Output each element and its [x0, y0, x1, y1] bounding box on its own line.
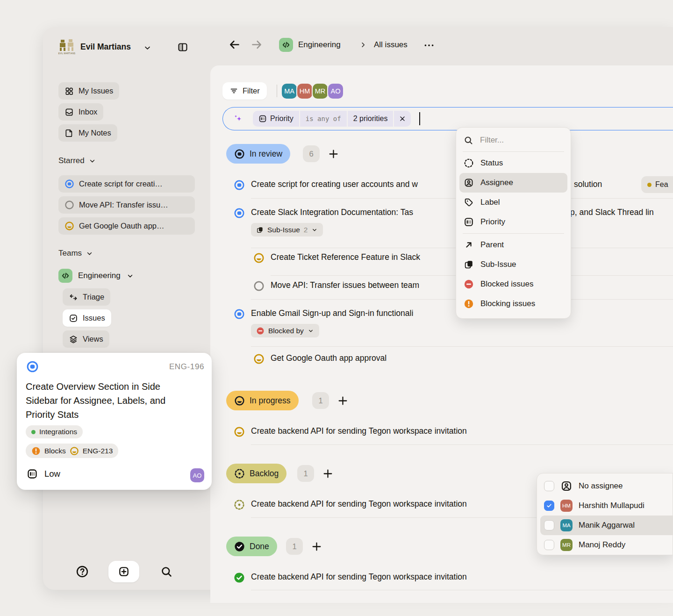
issue-title[interactable]: Create backend API for sending Tegon wor…	[251, 499, 467, 509]
assignee-avatar-stack[interactable]: MA HM MR AO	[281, 83, 344, 100]
check-icon	[546, 502, 552, 509]
breadcrumb-more-icon[interactable]	[423, 39, 435, 51]
filter-button-label: Filter	[243, 86, 260, 95]
status-in-review-icon[interactable]	[234, 208, 245, 219]
issue-card-title[interactable]: Create Overview Section in Side Sidebar …	[26, 380, 187, 422]
status-in-progress-icon[interactable]	[253, 353, 265, 365]
starred-item[interactable]: Get Google Oauth app…	[58, 217, 195, 235]
avatar[interactable]: AO	[190, 468, 204, 482]
filter-chip[interactable]: Priority is any of 2 priorities	[253, 111, 411, 127]
new-issue-button[interactable]	[108, 561, 139, 582]
starred-item[interactable]: Create script for creati…	[58, 175, 195, 193]
engineering-code-icon	[58, 269, 72, 283]
menu-item-status[interactable]: Status	[456, 153, 571, 173]
assignee-option[interactable]: HM Harshith Mullapudi	[537, 496, 673, 516]
breadcrumb-page[interactable]: All issues	[374, 40, 408, 50]
menu-search[interactable]: Filter...	[456, 130, 571, 150]
add-issue-button[interactable]	[328, 148, 339, 160]
help-button[interactable]	[75, 565, 89, 579]
issue-title[interactable]: Move API: Transfer issues between team	[271, 280, 419, 290]
blocks-chip[interactable]: Blocks ENG-213	[26, 444, 118, 458]
menu-item-assignee[interactable]: Assignee	[459, 173, 567, 193]
checkbox-unchecked[interactable]	[544, 520, 554, 530]
issue-title-tail[interactable]: solution	[574, 179, 602, 189]
assignee-option-highlighted[interactable]: MA Manik Aggarwal	[540, 516, 673, 535]
chevron-down-icon	[126, 272, 134, 280]
sidebar-team-engineering[interactable]: Engineering	[58, 269, 134, 283]
search-button[interactable]	[159, 565, 173, 579]
add-issue-button[interactable]	[311, 541, 322, 552]
assignee-option[interactable]: MR Manoj Reddy	[537, 535, 673, 555]
avatar[interactable]: MR	[312, 83, 329, 100]
avatar[interactable]: AO	[327, 83, 344, 100]
status-backlog-icon[interactable]	[234, 499, 245, 510]
breadcrumb-team[interactable]: Engineering	[298, 40, 341, 50]
issue-title[interactable]: Create backend API for sending Tegon wor…	[251, 572, 467, 582]
checkbox-unchecked[interactable]	[544, 540, 554, 550]
status-in-progress-icon[interactable]	[234, 426, 245, 437]
status-done-icon	[234, 541, 245, 552]
workspace-name[interactable]: Evil Martians	[80, 42, 131, 52]
priority-row[interactable]: Low	[27, 468, 60, 480]
label-chip-feature[interactable]: Fea	[641, 176, 673, 193]
label-dot	[31, 430, 36, 434]
issue-title[interactable]: Create Ticket Reference Feature in Slack	[271, 252, 420, 262]
plus-square-icon	[118, 566, 130, 578]
assignee-option-none[interactable]: No assignee	[537, 476, 673, 496]
sidebar-item-views[interactable]: Views	[63, 330, 109, 348]
sidebar-item-my-notes[interactable]: My Notes	[58, 124, 117, 142]
status-backlog-icon	[234, 468, 245, 479]
filter-chip-value[interactable]: 2 priorities	[348, 111, 394, 127]
filter-chip-field[interactable]: Priority	[253, 111, 299, 127]
issue-title[interactable]: Get Google Oauth app approval	[271, 353, 387, 363]
group-header-done[interactable]: Done	[226, 537, 277, 556]
sidebar-toggle-icon[interactable]	[177, 42, 188, 53]
starred-item[interactable]: Move API: Transfer issu…	[58, 196, 195, 214]
status-todo-icon[interactable]	[253, 280, 265, 292]
issue-title[interactable]: Enable Gmail Sign-up and Sign-in functio…	[251, 308, 413, 318]
filter-chip-operator[interactable]: is any of	[300, 111, 347, 127]
status-in-progress-icon[interactable]	[253, 252, 265, 264]
issue-title[interactable]: Create script for creating user accounts…	[251, 179, 418, 189]
menu-item-parent[interactable]: Parent	[456, 235, 571, 255]
issue-title[interactable]: Create Slack Integration Documentation: …	[251, 208, 413, 217]
sidebar-item-inbox[interactable]: Inbox	[58, 103, 103, 121]
avatar[interactable]: MA	[281, 83, 298, 100]
starred-section-header[interactable]: Starred	[58, 156, 96, 165]
blocked-by-chip[interactable]: Blocked by	[251, 324, 319, 337]
status-in-review-icon[interactable]	[234, 308, 245, 320]
add-issue-button[interactable]	[337, 395, 349, 407]
sidebar-item-my-issues[interactable]: My Issues	[58, 82, 119, 100]
group-header-backlog[interactable]: Backlog	[226, 464, 286, 483]
filter-button[interactable]: Filter	[222, 82, 267, 100]
menu-item-blocking-issues[interactable]: Blocking issues	[456, 294, 571, 314]
label-chip-integrations[interactable]: Integrations	[26, 425, 83, 438]
status-in-review-icon[interactable]	[234, 179, 245, 191]
status-done-icon[interactable]	[234, 572, 245, 583]
checkbox-checked[interactable]	[544, 501, 554, 511]
sub-issue-chip[interactable]: Sub-Issue 2	[251, 223, 323, 236]
inbox-icon	[64, 107, 74, 117]
forward-arrow-icon[interactable]	[251, 38, 263, 51]
group-count: 1	[297, 465, 314, 482]
group-header-in-progress[interactable]: In progress	[226, 391, 299, 410]
group-count: 6	[303, 145, 320, 162]
teams-section-header[interactable]: Teams	[58, 249, 93, 258]
add-issue-button[interactable]	[322, 468, 334, 480]
issue-title[interactable]: Create backend API for sending Tegon wor…	[251, 426, 467, 436]
menu-item-sub-issue[interactable]: Sub-Issue	[456, 255, 571, 274]
menu-item-blocked-issues[interactable]: Blocked issues	[456, 274, 571, 294]
issue-title-tail[interactable]: p, and Slack Thread lin	[570, 208, 654, 217]
back-arrow-icon[interactable]	[228, 38, 241, 51]
avatar[interactable]: HM	[296, 83, 313, 100]
sidebar-item-triage[interactable]: Triage	[63, 288, 110, 306]
group-header-in-review[interactable]: In review	[226, 144, 290, 164]
workspace-chevron-down-icon[interactable]	[143, 43, 152, 52]
filter-input[interactable]: Priority is any of 2 priorities	[222, 107, 673, 130]
status-in-progress-icon	[64, 221, 74, 231]
sidebar-item-issues[interactable]: Issues	[63, 309, 111, 327]
menu-item-priority[interactable]: Priority	[456, 212, 571, 232]
checkbox-unchecked[interactable]	[544, 481, 554, 491]
filter-chip-remove[interactable]	[394, 111, 411, 127]
menu-item-label[interactable]: Label	[456, 193, 571, 212]
